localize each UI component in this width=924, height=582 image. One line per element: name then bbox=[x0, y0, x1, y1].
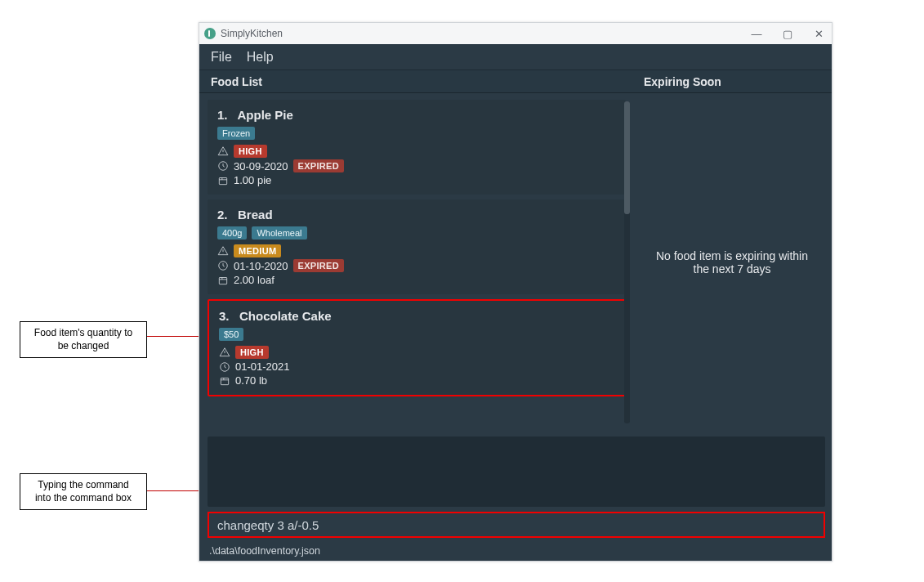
clock-icon bbox=[217, 160, 229, 172]
food-item[interactable]: 2. Bread 400g Wholemeal MEDIUM 01-10-202… bbox=[208, 199, 626, 294]
warning-icon bbox=[217, 146, 229, 157]
warning-icon bbox=[217, 245, 229, 257]
food-tags: $50 bbox=[219, 328, 614, 341]
command-row bbox=[208, 512, 825, 538]
close-button[interactable]: ✕ bbox=[810, 28, 827, 40]
maximize-button[interactable]: ▢ bbox=[779, 28, 796, 40]
callout-text: Food item's quantity to be changed bbox=[34, 327, 132, 351]
food-title: 3. Chocolate Cake bbox=[219, 309, 614, 323]
app-window: SimplyKitchen — ▢ ✕ File Help Food List … bbox=[199, 22, 832, 562]
food-tag: 400g bbox=[217, 226, 247, 240]
food-tag: Frozen bbox=[217, 127, 255, 140]
box-icon bbox=[219, 375, 230, 387]
date-row: 01-10-2020 EXPIRED bbox=[217, 259, 616, 272]
window-controls: — ▢ ✕ bbox=[748, 28, 827, 40]
priority-row: HIGH bbox=[217, 145, 616, 158]
arrow-line bbox=[147, 336, 201, 337]
food-title: 2. Bread bbox=[217, 208, 616, 222]
priority-badge: HIGH bbox=[235, 346, 269, 359]
food-date: 01-10-2020 bbox=[234, 260, 288, 272]
callout-command: Typing the command into the command box bbox=[20, 473, 147, 510]
warning-icon bbox=[219, 347, 230, 358]
expiring-pane: No food item is expiring within the next… bbox=[632, 93, 832, 432]
app-icon bbox=[204, 28, 216, 39]
status-path: .\data\foodInventory.json bbox=[209, 545, 320, 557]
expired-badge: EXPIRED bbox=[293, 259, 344, 272]
box-icon bbox=[217, 275, 229, 286]
expired-badge: EXPIRED bbox=[293, 159, 344, 172]
titlebar: SimplyKitchen — ▢ ✕ bbox=[199, 23, 832, 44]
callout-item-qty: Food item's quantity to be changed bbox=[20, 321, 147, 358]
scrollbar[interactable] bbox=[624, 101, 630, 423]
svg-rect-3 bbox=[219, 277, 226, 284]
date-row: 30-09-2020 EXPIRED bbox=[217, 159, 616, 172]
scrollbar-thumb[interactable] bbox=[624, 101, 630, 214]
header-food-list: Food List bbox=[199, 75, 632, 88]
food-qty: 1.00 pie bbox=[234, 174, 271, 186]
columns-header: Food List Expiring Soon bbox=[199, 70, 832, 93]
menubar: File Help bbox=[199, 44, 832, 70]
food-tags: Frozen bbox=[217, 127, 616, 140]
clock-icon bbox=[219, 361, 230, 373]
qty-row: 0.70 lb bbox=[219, 374, 614, 387]
expiring-empty-text: No food item is expiring within the next… bbox=[649, 249, 815, 275]
app-body: File Help Food List Expiring Soon 1. App… bbox=[199, 44, 832, 561]
box-icon bbox=[217, 175, 229, 186]
food-index: 1. bbox=[217, 108, 228, 122]
food-date: 30-09-2020 bbox=[234, 160, 288, 172]
food-title: 1. Apple Pie bbox=[217, 108, 616, 122]
food-index: 3. bbox=[219, 309, 230, 323]
menu-file[interactable]: File bbox=[211, 50, 232, 65]
clock-icon bbox=[217, 260, 229, 271]
priority-badge: MEDIUM bbox=[234, 244, 281, 257]
svg-rect-5 bbox=[221, 378, 228, 384]
output-panel bbox=[208, 437, 825, 507]
menu-help[interactable]: Help bbox=[247, 50, 274, 65]
date-row: 01-01-2021 bbox=[219, 360, 614, 373]
command-input[interactable] bbox=[208, 512, 825, 538]
header-expiring: Expiring Soon bbox=[632, 75, 832, 88]
qty-row: 1.00 pie bbox=[217, 174, 616, 186]
priority-badge: HIGH bbox=[234, 145, 267, 158]
food-index: 2. bbox=[217, 208, 228, 222]
food-qty: 0.70 lb bbox=[235, 374, 267, 387]
food-name: Bread bbox=[238, 208, 273, 222]
food-item-highlighted[interactable]: 3. Chocolate Cake $50 HIGH 01-01-2021 bbox=[208, 299, 626, 396]
svg-rect-1 bbox=[219, 177, 226, 184]
food-tags: 400g Wholemeal bbox=[217, 226, 616, 240]
food-list-pane: 1. Apple Pie Frozen HIGH 30-09-2020 EXPI… bbox=[199, 93, 632, 432]
food-tag: Wholemeal bbox=[252, 226, 306, 240]
callout-text: Typing the command into the command box bbox=[35, 479, 132, 504]
arrow-line bbox=[147, 490, 201, 491]
window-title: SimplyKitchen bbox=[221, 28, 283, 39]
food-name: Apple Pie bbox=[237, 108, 292, 122]
main-area: 1. Apple Pie Frozen HIGH 30-09-2020 EXPI… bbox=[199, 93, 832, 432]
food-tag: $50 bbox=[219, 328, 243, 341]
food-qty: 2.00 loaf bbox=[234, 274, 275, 286]
priority-row: HIGH bbox=[219, 346, 614, 359]
statusbar: .\data\foodInventory.json bbox=[199, 541, 832, 561]
priority-row: MEDIUM bbox=[217, 244, 616, 257]
food-date: 01-01-2021 bbox=[235, 360, 290, 373]
qty-row: 2.00 loaf bbox=[217, 274, 616, 286]
food-name: Chocolate Cake bbox=[239, 309, 332, 323]
food-item[interactable]: 1. Apple Pie Frozen HIGH 30-09-2020 EXPI… bbox=[208, 100, 626, 195]
minimize-button[interactable]: — bbox=[748, 28, 765, 40]
